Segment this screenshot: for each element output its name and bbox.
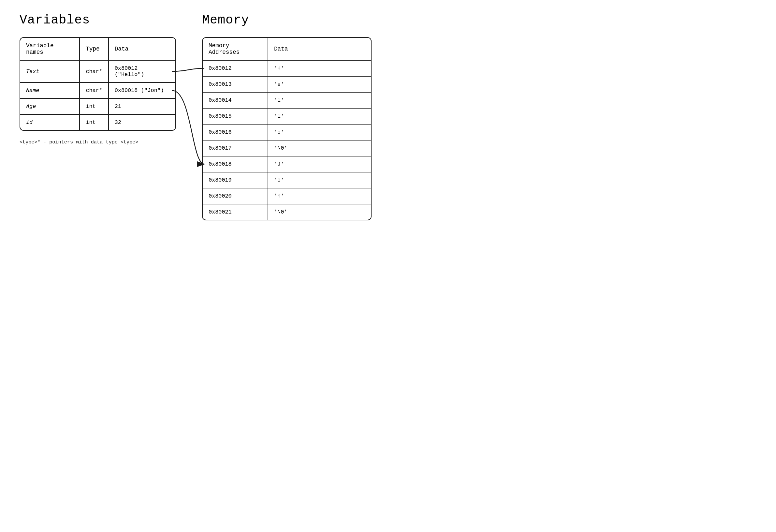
mem-data: 'o' bbox=[268, 124, 371, 140]
var-name: id bbox=[20, 115, 79, 130]
var-col-name: Variable names bbox=[20, 38, 79, 60]
memory-row: 0x80020 'n' bbox=[203, 188, 371, 204]
mem-col-data: Data bbox=[268, 38, 371, 60]
memory-title: Memory bbox=[202, 13, 372, 27]
mem-address: 0x80021 bbox=[203, 204, 268, 220]
mem-address: 0x80015 bbox=[203, 108, 268, 124]
mem-address: 0x80018 bbox=[203, 156, 268, 172]
var-data: 32 bbox=[109, 115, 175, 130]
pointer-note: <type>* - pointers with data type <type> bbox=[20, 139, 176, 146]
memory-row: 0x80017 '\0' bbox=[203, 140, 371, 156]
memory-row: 0x80014 'l' bbox=[203, 92, 371, 108]
variables-table-header-row: Variable names Type Data bbox=[20, 38, 175, 60]
mem-address: 0x80019 bbox=[203, 172, 268, 188]
mem-address: 0x80020 bbox=[203, 188, 268, 204]
var-data: 0x80012 ("Hello") bbox=[109, 60, 175, 82]
mem-data: 'o' bbox=[268, 172, 371, 188]
mem-data: 'l' bbox=[268, 108, 371, 124]
mem-data: 'n' bbox=[268, 188, 371, 204]
mem-data: 'H' bbox=[268, 60, 371, 76]
memory-row: 0x80012 'H' bbox=[203, 60, 371, 76]
variables-title: Variables bbox=[20, 13, 176, 27]
variables-row: id int 32 bbox=[20, 115, 175, 130]
var-col-data: Data bbox=[109, 38, 175, 60]
memory-row: 0x80013 'e' bbox=[203, 76, 371, 92]
memory-row: 0x80019 'o' bbox=[203, 172, 371, 188]
mem-data: 'l' bbox=[268, 92, 371, 108]
mem-col-address: Memory Addresses bbox=[203, 38, 268, 60]
var-name: Text bbox=[20, 60, 79, 82]
variables-row: Age int 21 bbox=[20, 99, 175, 115]
main-layout: Variables Variable names Type Data Text … bbox=[20, 13, 756, 220]
var-type: char* bbox=[79, 60, 108, 82]
memory-row: 0x80018 'J' bbox=[203, 156, 371, 172]
variables-row: Text char* 0x80012 ("Hello") bbox=[20, 60, 175, 82]
var-type: int bbox=[79, 115, 108, 130]
var-col-type: Type bbox=[79, 38, 108, 60]
var-type: char* bbox=[79, 82, 108, 99]
mem-data: 'e' bbox=[268, 76, 371, 92]
var-data: 0x80018 ("Jon") bbox=[109, 82, 175, 99]
var-data: 21 bbox=[109, 99, 175, 115]
mem-address: 0x80014 bbox=[203, 92, 268, 108]
variables-table: Variable names Type Data Text char* 0x80… bbox=[20, 37, 176, 131]
var-type: int bbox=[79, 99, 108, 115]
mem-address: 0x80012 bbox=[203, 60, 268, 76]
variables-row: Name char* 0x80018 ("Jon") bbox=[20, 82, 175, 99]
memory-table-header-row: Memory Addresses Data bbox=[203, 38, 371, 60]
memory-row: 0x80015 'l' bbox=[203, 108, 371, 124]
var-name: Name bbox=[20, 82, 79, 99]
mem-data: 'J' bbox=[268, 156, 371, 172]
mem-data: '\0' bbox=[268, 140, 371, 156]
mem-address: 0x80016 bbox=[203, 124, 268, 140]
memory-row: 0x80021 '\0' bbox=[203, 204, 371, 220]
mem-address: 0x80013 bbox=[203, 76, 268, 92]
var-name: Age bbox=[20, 99, 79, 115]
variables-section: Variables Variable names Type Data Text … bbox=[20, 13, 176, 146]
memory-table: Memory Addresses Data 0x80012 'H' 0x8001… bbox=[202, 37, 372, 220]
memory-section: Memory Memory Addresses Data 0x80012 'H'… bbox=[202, 13, 372, 220]
mem-data: '\0' bbox=[268, 204, 371, 220]
memory-row: 0x80016 'o' bbox=[203, 124, 371, 140]
mem-address: 0x80017 bbox=[203, 140, 268, 156]
